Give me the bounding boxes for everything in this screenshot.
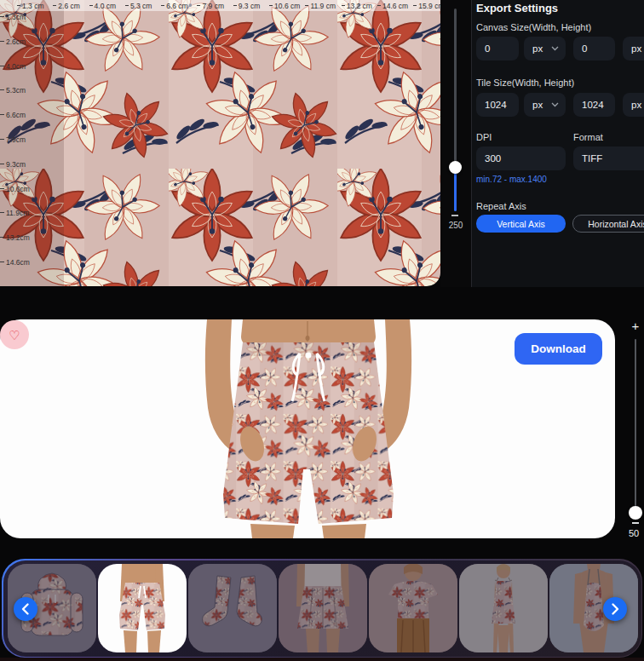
chevron-right-icon <box>603 597 627 621</box>
ruler-tick-label: 14.6 cm <box>377 0 413 11</box>
bottom-strip <box>0 658 644 661</box>
minus-icon <box>451 215 458 216</box>
ruler-tick-label: 2.6cm <box>0 36 51 60</box>
thumbnail-shorts-selected[interactable] <box>98 564 187 652</box>
floral-pattern-image <box>0 0 440 286</box>
tile-height-unit-select[interactable]: px <box>623 93 644 117</box>
horizontal-axis-button[interactable]: Horizontal Axis <box>572 215 644 233</box>
ruler-tick-label: 1.3cm <box>0 11 51 36</box>
pattern-canvas[interactable]: 1.3 cm2.6 cm4.0 cm5.3 cm6.6 cm7.9 cm9.3 … <box>0 0 440 286</box>
mockup-zoom-track[interactable] <box>635 339 636 506</box>
format-select[interactable]: TIFF <box>573 147 644 170</box>
mockup-zoom-handle[interactable] <box>629 506 642 520</box>
format-label: Format <box>573 132 603 142</box>
minus-icon <box>632 522 639 524</box>
favorite-button[interactable]: ♡ <box>0 320 29 349</box>
ruler-tick-label: 13.2 cm <box>342 0 377 11</box>
thumbnail-dim-overlay <box>279 564 367 652</box>
download-button[interactable]: Download <box>515 333 602 365</box>
canvas-zoom-value: 250 <box>443 221 469 230</box>
thumbnail-dress[interactable] <box>459 564 548 652</box>
slider-handle[interactable] <box>449 161 462 174</box>
ruler-tick-label: 10.6 cm <box>269 0 305 11</box>
chevron-down-icon <box>551 102 559 107</box>
ruler-vertical: 1.3cm2.6cm4.0cm5.3cm6.6cm7.9cm9.3cm10.6c… <box>0 11 51 286</box>
ruler-tick-label: 9.3 cm <box>233 0 269 11</box>
canvas-height-unit-select[interactable]: px <box>623 37 644 60</box>
heart-icon: ♡ <box>9 329 20 342</box>
ruler-tick-label: 15.9 cm <box>413 0 440 11</box>
canvas-width-input[interactable]: 0 <box>476 37 519 60</box>
ruler-tick-label: 10.6cm <box>0 183 51 208</box>
canvas-width-unit-select[interactable]: px <box>524 37 566 60</box>
mockup-zoom-value: 50 <box>624 528 644 538</box>
carousel-container <box>2 559 642 658</box>
ruler-tick-label: 13.2cm <box>0 232 51 256</box>
panel-title: Export Settings <box>476 2 558 14</box>
ruler-tick-label: 2.6 cm <box>53 0 89 11</box>
thumbnail-socks[interactable] <box>188 564 277 652</box>
ruler-tick-label: 6.6cm <box>0 109 51 134</box>
ruler-tick-label: 4.0cm <box>0 60 51 85</box>
ruler-tick-label: 7.9cm <box>0 134 51 158</box>
chevron-down-icon <box>551 46 559 51</box>
ruler-horizontal: 1.3 cm2.6 cm4.0 cm5.3 cm6.6 cm7.9 cm9.3 … <box>0 0 440 11</box>
tile-height-input[interactable]: 1024 <box>573 93 615 117</box>
thumbnail-shirt[interactable] <box>369 564 457 652</box>
ruler-tick-label: 11.9cm <box>0 207 51 232</box>
ruler-tick-label: 14.6cm <box>0 256 51 281</box>
plus-icon: + <box>632 319 640 333</box>
dpi-range-hint: min.72 - max.1400 <box>476 175 547 184</box>
ruler-tick-label: 9.3cm <box>0 158 51 183</box>
mockup-zoom-in-button[interactable]: + <box>626 319 644 333</box>
tile-width-input[interactable]: 1024 <box>476 93 519 117</box>
ruler-tick-label: 7.9 cm <box>197 0 233 11</box>
product-carousel <box>3 560 641 657</box>
vertical-axis-button[interactable]: Vertical Axis <box>476 215 566 233</box>
ruler-tick-label: 11.9 cm <box>305 0 341 11</box>
export-settings-panel: Export Settings Canvas Size(Width, Heigh… <box>471 0 644 287</box>
thumbnail-dim-overlay <box>459 564 548 652</box>
ruler-tick-label: 6.6 cm <box>161 0 197 11</box>
canvas-height-input[interactable]: 0 <box>573 37 615 60</box>
thumbnail-skirt[interactable] <box>279 564 367 652</box>
carousel-next-button[interactable] <box>603 597 627 621</box>
tile-width-unit-select[interactable]: px <box>524 93 566 117</box>
thumbnail-dim-overlay <box>369 564 457 652</box>
carousel-prev-button[interactable] <box>14 597 37 621</box>
dpi-input[interactable]: 300 <box>476 147 566 170</box>
slider-track[interactable] <box>454 9 457 167</box>
ruler-tick-label: 5.3cm <box>0 84 51 109</box>
canvas-zoom-slider: 250 <box>440 0 471 287</box>
thumbnail-dim-overlay <box>188 564 277 652</box>
ruler-tick-label: 1.3 cm <box>17 0 53 11</box>
ruler-tick-label: 4.0 cm <box>89 0 125 11</box>
shorts-image <box>98 564 187 652</box>
tile-size-label: Tile Size(Width, Height) <box>476 78 574 88</box>
canvas-size-label: Canvas Size(Width, Height) <box>476 22 591 32</box>
ruler-tick-label: 5.3 cm <box>125 0 161 11</box>
chevron-left-icon <box>14 597 37 621</box>
repeat-axis-label: Repeat Axis <box>476 201 526 211</box>
app-window: 1.3 cm2.6 cm4.0 cm5.3 cm6.6 cm7.9 cm9.3 … <box>0 0 644 661</box>
dpi-label: DPI <box>476 132 492 142</box>
